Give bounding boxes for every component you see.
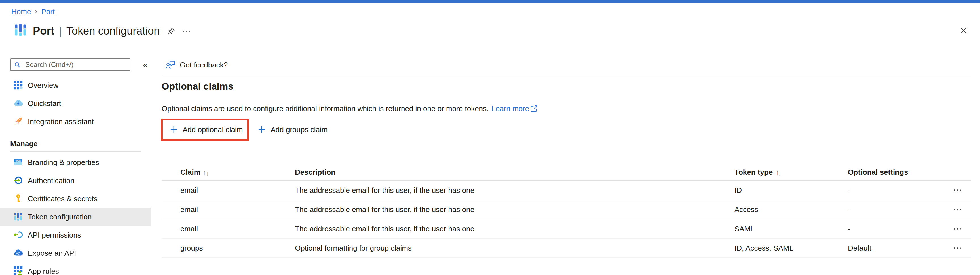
row-more-options-button[interactable] (953, 189, 962, 192)
page-name: Token configuration (66, 25, 160, 37)
page-header: Port | Token configuration (14, 23, 191, 40)
got-feedback-label: Got feedback? (180, 60, 228, 69)
row-more-options-button[interactable] (953, 246, 962, 250)
cell-description: The addressable email for this user, if … (295, 224, 735, 233)
sort-icons: ↑↓ (776, 168, 781, 175)
table-row-groups-id-access-saml: groupsOptional formatting for group clai… (162, 239, 971, 258)
breadcrumb-chevron-icon: › (35, 7, 37, 15)
cell-claim: email (162, 205, 295, 214)
sidebar-item-label: Quickstart (28, 99, 61, 107)
learn-more-link[interactable]: Learn more (492, 104, 538, 113)
expose-api-icon (14, 248, 23, 258)
certificates-icon (14, 194, 23, 203)
optional-claims-table: Claim↑↓DescriptionToken type↑↓Optional s… (162, 163, 971, 258)
page-title: Port | Token configuration (33, 25, 160, 37)
token-configuration-icon (14, 212, 23, 221)
sidebar-item-label: App roles (28, 267, 59, 275)
search-input[interactable] (24, 60, 126, 69)
toolbar-divider (162, 75, 971, 75)
sidebar-item-api-permissions[interactable]: API permissions (0, 226, 151, 244)
pin-icon (167, 27, 175, 35)
sidebar-item-integration-assistant[interactable]: Integration assistant (0, 112, 151, 130)
sidebar-item-label: API permissions (28, 230, 81, 239)
row-more-options-button[interactable] (953, 208, 962, 211)
sort-desc-icon: ↓ (778, 170, 781, 176)
azure-portal-token-configuration-page: Home › Port Port | Token configuration «… (0, 0, 980, 275)
column-header-description: Description (295, 168, 735, 176)
cell-description: The addressable email for this user, if … (295, 205, 735, 214)
cell-token-type: ID (735, 186, 848, 194)
column-header-claim[interactable]: Claim↑↓ (162, 168, 295, 176)
sidebar-item-quickstart[interactable]: Quickstart (0, 94, 151, 112)
pin-button[interactable] (165, 26, 176, 37)
optional-claims-description: Optional claims are used to configure ad… (162, 104, 538, 113)
sidebar-item-authentication[interactable]: Authentication (0, 171, 151, 189)
overview-icon (14, 81, 23, 90)
token-configuration-app-icon (14, 23, 27, 40)
ellipsis-icon (954, 228, 961, 230)
table-header-row: Claim↑↓DescriptionToken type↑↓Optional s… (162, 163, 971, 181)
svg-text:www: www (15, 159, 21, 162)
optional-claims-heading: Optional claims (162, 81, 233, 92)
breadcrumb-current-link[interactable]: Port (41, 7, 55, 16)
cell-claim: email (162, 224, 295, 233)
sidebar-nav: OverviewQuickstartIntegration assistantM… (0, 76, 151, 275)
integration-assistant-icon (14, 117, 23, 126)
sidebar-search-box (10, 59, 130, 71)
add-groups-claim-label: Add groups claim (270, 125, 328, 134)
breadcrumb-home-link[interactable]: Home (11, 7, 31, 16)
feedback-icon (165, 60, 175, 70)
sidebar-item-label: Overview (28, 81, 59, 89)
cell-description: The addressable email for this user, if … (295, 186, 735, 194)
add-optional-claim-button[interactable]: Add optional claim (170, 125, 243, 134)
branding-icon: www (14, 157, 23, 167)
sidebar-item-label: Token configuration (28, 212, 92, 221)
external-link-icon (530, 105, 538, 112)
ellipsis-icon (183, 30, 190, 32)
portal-top-bar (0, 0, 980, 3)
sidebar-section-divider (10, 151, 141, 152)
cell-description: Optional formatting for group claims (295, 244, 735, 252)
column-header-token-type[interactable]: Token type↑↓ (735, 168, 848, 176)
plus-icon (170, 126, 178, 133)
cell-optional-settings: Default (848, 244, 942, 252)
sidebar-item-app-roles[interactable]: App roles (0, 262, 151, 275)
table-row-email-id: emailThe addressable email for this user… (162, 181, 971, 200)
plus-icon (258, 126, 266, 133)
sidebar-item-label: Authentication (28, 176, 75, 184)
ellipsis-icon (954, 209, 961, 210)
sidebar-item-label: Branding & properties (28, 158, 99, 167)
table-row-email-saml: emailThe addressable email for this user… (162, 219, 971, 239)
sidebar-section-title-manage: Manage (0, 130, 151, 150)
close-icon (959, 27, 967, 35)
sidebar-item-token-configuration[interactable]: Token configuration (0, 208, 151, 226)
cell-token-type: SAML (735, 224, 848, 233)
api-permissions-icon (14, 230, 23, 239)
collapse-sidebar-button[interactable]: « (138, 59, 152, 71)
table-row-email-access: emailThe addressable email for this user… (162, 200, 971, 219)
search-icon (14, 61, 21, 68)
sidebar-item-certificates-secrets[interactable]: Certificates & secrets (0, 189, 151, 208)
got-feedback-button[interactable]: Got feedback? (165, 58, 228, 72)
add-groups-claim-button[interactable]: Add groups claim (258, 125, 328, 134)
sidebar-item-overview[interactable]: Overview (0, 76, 151, 94)
sort-desc-icon: ↓ (206, 170, 209, 176)
add-optional-claim-label: Add optional claim (183, 125, 243, 134)
ellipsis-icon (954, 248, 961, 249)
sort-icons: ↑↓ (203, 168, 209, 175)
authentication-icon (14, 176, 23, 185)
description-text: Optional claims are used to configure ad… (162, 104, 488, 113)
command-bar: Add optional claim Add groups claim (170, 119, 328, 141)
quickstart-icon (14, 99, 23, 108)
sidebar-item-branding-properties[interactable]: wwwBranding & properties (0, 153, 151, 171)
sidebar-item-label: Integration assistant (28, 117, 94, 126)
more-actions-button[interactable] (182, 30, 191, 33)
column-header-optional-settings: Optional settings (848, 168, 942, 176)
row-more-options-button[interactable] (953, 227, 962, 231)
close-button[interactable] (958, 25, 969, 36)
app-name: Port (33, 25, 54, 37)
sidebar-item-expose-an-api[interactable]: Expose an API (0, 244, 151, 262)
ellipsis-icon (954, 190, 961, 191)
app-roles-icon (14, 267, 23, 275)
breadcrumb: Home › Port (11, 6, 55, 16)
